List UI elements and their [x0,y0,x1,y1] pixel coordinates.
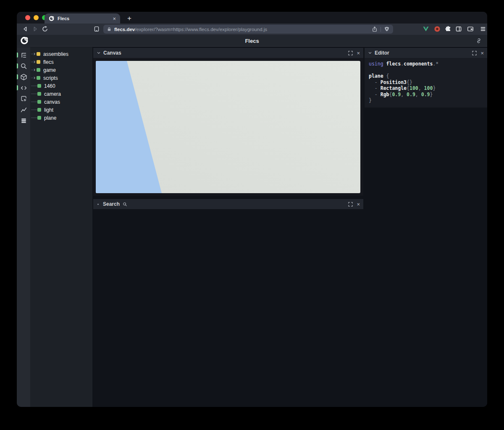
bookmark-icon[interactable] [93,26,100,32]
rail-item-queries[interactable] [17,115,30,126]
tree-guide-line [31,70,33,70]
expand-chevron-icon[interactable]: › [34,75,35,81]
app-header: Flecs [17,35,487,47]
tab-close-icon[interactable]: × [113,16,116,21]
tree-item-plane[interactable]: plane [30,114,92,122]
url-bar[interactable]: flecs.dev/explorer/?wasm=https://www.fle… [103,25,393,34]
tree-guide-line [31,102,37,102]
rail-item-search[interactable] [17,60,30,71]
lock-icon [107,26,112,32]
expand-chevron-icon[interactable]: › [34,67,35,73]
extension-red-icon[interactable] [434,26,441,32]
browser-tab[interactable]: Flecs × [45,13,120,24]
tree-guide-line [31,86,37,86]
sidebar-toggle-icon[interactable] [455,26,462,32]
code-line: plane { [369,73,483,79]
expand-chevron-icon[interactable]: › [34,51,35,57]
tree-guide-line [31,62,33,62]
entities-icon [20,73,27,81]
code-line: - Position3{} [369,79,483,86]
tree-item-camera[interactable]: camera [30,90,92,98]
entity-label: assemblies [43,51,68,57]
chevron-down-icon[interactable] [368,51,372,55]
tree-guide-line [31,118,37,118]
tree-item-1460[interactable]: 1460 [30,82,92,90]
code-line: - Rectangle{100, 100} [369,85,483,92]
entity-label: light [44,107,53,113]
collapsed-dot-icon [97,204,99,205]
search-icon [123,202,127,207]
canvas-panel-header[interactable]: Canvas × [93,48,363,58]
browser-toolbar: flecs.dev/explorer/?wasm=https://www.fle… [17,24,487,35]
queries-icon [20,117,27,124]
tab-title: Flecs [58,16,110,21]
rail-item-stats[interactable] [17,104,30,115]
share-link-icon[interactable] [475,37,482,44]
vue-devtools-icon[interactable] [423,26,429,32]
close-window-button[interactable] [25,15,30,20]
tree-item-flecs[interactable]: ›flecs [30,58,92,66]
tree-item-game[interactable]: ›game [30,66,92,74]
rail-item-entities[interactable] [17,71,30,82]
url-domain: flecs.dev [114,27,135,32]
fullscreen-icon[interactable] [472,51,477,55]
stats-icon [20,106,27,113]
entity-badge [37,60,40,64]
expand-chevron-icon[interactable]: › [34,59,35,65]
rail-item-outliner[interactable] [17,50,30,60]
extensions-puzzle-icon[interactable] [445,26,452,32]
wallet-icon[interactable] [467,26,474,32]
code-icon [20,84,27,92]
reload-icon[interactable] [42,26,48,32]
entity-badge [37,76,40,80]
brave-shield-icon[interactable] [384,26,390,32]
chevron-down-icon[interactable] [97,51,101,55]
3d-scene-canvas[interactable] [96,61,360,193]
search-panel: Search × [93,199,363,209]
browser-window: Flecs × + flecs.dev/explorer/?wasm=https… [17,12,487,407]
editor-panel-header[interactable]: Editor × [365,48,487,58]
main-area: Canvas × Search [92,47,487,407]
divider [381,27,381,32]
entity-label: canvas [44,99,60,105]
flecs-favicon-icon [49,16,55,21]
active-indicator [17,74,18,79]
tree-guide-line [31,94,37,94]
code-line: - Rgb{0.9, 0.9, 0.9} [369,92,483,98]
entity-badge [37,116,41,120]
close-icon[interactable]: × [357,202,360,207]
search-panel-header[interactable]: Search × [93,199,363,209]
tree-guide-line [31,78,33,78]
editor-panel: Editor × using flecs.components.* plane … [365,48,487,108]
share-icon[interactable] [372,26,378,32]
editor-code[interactable]: using flecs.components.* plane { - Posit… [365,58,487,108]
entity-tree: ›assemblies›flecs›game›scripts1460camera… [30,47,92,407]
tree-item-assemblies[interactable]: ›assemblies [30,50,92,58]
entity-label: plane [44,115,56,121]
canvas-panel: Canvas × [93,48,363,196]
close-icon[interactable]: × [357,50,360,56]
fullscreen-icon[interactable] [348,51,353,55]
active-indicator [17,52,18,58]
entity-label: scripts [43,75,58,81]
entity-badge [37,68,40,72]
canvas-body [93,58,363,196]
tree-item-canvas[interactable]: canvas [30,98,92,106]
entity-badge [37,108,41,112]
url-path: /explorer/?wasm=https://www.flecs.dev/ex… [135,27,267,32]
entity-label: 1460 [44,83,55,89]
search-panel-title: Search [103,201,120,207]
url-text: flecs.dev/explorer/?wasm=https://www.fle… [114,27,267,32]
forward-icon [32,26,39,32]
menu-icon[interactable] [480,26,486,32]
rail-item-code[interactable] [17,82,30,93]
rail-item-inspect[interactable] [17,93,30,104]
close-icon[interactable]: × [480,50,484,56]
fullscreen-icon[interactable] [348,202,353,207]
entity-badge [37,52,40,56]
back-icon[interactable] [22,26,29,32]
minimize-window-button[interactable] [34,15,39,20]
tree-item-light[interactable]: light [30,106,92,114]
tree-item-scripts[interactable]: ›scripts [30,74,92,82]
new-tab-button[interactable]: + [124,13,134,24]
